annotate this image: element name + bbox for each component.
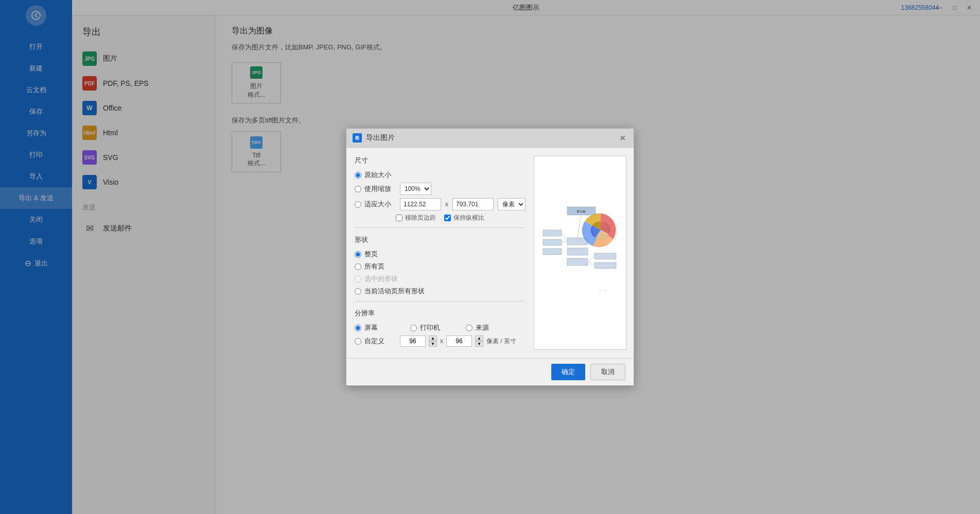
checkbox-row: 移除页边距 保持纵横比 (396, 214, 526, 222)
confirm-button[interactable]: 确定 (551, 364, 585, 380)
scale-radio-label[interactable]: 使用缩放 (355, 184, 396, 193)
svg-text:显示板: 显示板 (576, 210, 586, 213)
selected-shapes-radio (355, 276, 361, 282)
svg-line-17 (577, 215, 581, 238)
scale-select[interactable]: 100% 50% 200% (400, 183, 431, 195)
printer-res-radio[interactable] (410, 325, 417, 331)
svg-rect-7 (567, 248, 588, 255)
dialog-titlebar: 图 导出图片 ✕ (346, 129, 634, 148)
divider-1 (355, 227, 526, 228)
svg-rect-5 (543, 249, 562, 255)
svg-rect-3 (543, 230, 562, 236)
remove-margin-label[interactable]: 移除页边距 (396, 214, 436, 222)
dialog-title: 图 导出图片 (353, 133, 395, 143)
whole-page-label: 整页 (364, 250, 378, 259)
fit-size-radio[interactable] (355, 201, 361, 208)
svg-rect-10 (594, 262, 616, 269)
screen-res-radio-label[interactable]: 屏幕 (355, 323, 396, 332)
shape-section-label: 形状 (355, 235, 526, 244)
res-y-up[interactable]: ▲ (475, 335, 483, 341)
custom-res-label: 自定义 (364, 336, 384, 346)
res-x-stepper[interactable]: ▲ ▼ (429, 335, 437, 347)
fit-size-label: 适应大小 (364, 200, 391, 209)
active-page-radio-label[interactable]: 当前活动页所有形状 (355, 287, 425, 296)
scale-radio[interactable] (355, 186, 361, 192)
svg-rect-8 (567, 258, 588, 265)
screen-res-radio[interactable] (355, 325, 361, 331)
all-pages-radio[interactable] (355, 263, 361, 270)
all-pages-radio-label[interactable]: 所有页 (355, 262, 396, 271)
res-y-down[interactable]: ▼ (475, 341, 483, 347)
selected-shapes-radio-label: 选中的形状 (355, 274, 398, 283)
width-input[interactable] (400, 198, 441, 210)
active-page-label: 当前活动页所有形状 (364, 287, 425, 296)
svg-rect-4 (543, 239, 562, 245)
scale-label: 使用缩放 (364, 184, 391, 193)
active-page-row: 当前活动页所有形状 (355, 287, 526, 296)
keep-ratio-text: 保持纵横比 (453, 214, 484, 222)
svg-line-16 (588, 262, 594, 265)
fit-size-row: 适应大小 x 像素 毫米 英寸 (355, 198, 526, 210)
original-size-row: 原始大小 (355, 170, 526, 180)
source-res-radio-label[interactable]: 来源 (466, 323, 507, 332)
resolution-section-label: 分辨率 (355, 309, 526, 318)
screen-res-label: 屏幕 (364, 323, 378, 332)
printer-res-radio-label[interactable]: 打印机 (410, 323, 451, 332)
selected-shapes-label: 选中的形状 (364, 274, 398, 283)
res-x-separator: x (440, 338, 443, 345)
cancel-button[interactable]: 取消 (590, 364, 625, 380)
custom-res-row: 自定义 ▲ ▼ x ▲ ▼ 像素 / 英 (355, 335, 526, 347)
original-size-radio[interactable] (355, 172, 361, 179)
keep-ratio-checkbox[interactable] (444, 215, 451, 221)
scale-row: 使用缩放 100% 50% 200% (355, 183, 526, 195)
divider-2 (355, 301, 526, 302)
dialog-body: 尺寸 原始大小 使用缩放 100% 50% 200% (346, 148, 634, 358)
export-dialog: 图 导出图片 ✕ 尺寸 原始大小 使 (346, 128, 634, 386)
dialog-form: 尺寸 原始大小 使用缩放 100% 50% 200% (355, 156, 526, 350)
resolution-inputs: ▲ ▼ x ▲ ▼ 像素 / 英寸 (400, 335, 516, 347)
svg-text:← →: ← → (598, 288, 607, 293)
remove-margin-text: 移除页边距 (405, 214, 436, 222)
remove-margin-checkbox[interactable] (396, 215, 402, 221)
svg-line-13 (562, 233, 567, 241)
active-page-radio[interactable] (355, 288, 361, 295)
svg-rect-9 (594, 253, 616, 259)
all-pages-label: 所有页 (364, 262, 384, 271)
custom-res-radio-label[interactable]: 自定义 (355, 336, 396, 346)
dialog-title-text: 导出图片 (366, 133, 395, 143)
keep-ratio-label[interactable]: 保持纵横比 (444, 214, 484, 222)
resolution-options-row: 屏幕 打印机 来源 (355, 323, 526, 332)
dialog-overlay: 图 导出图片 ✕ 尺寸 原始大小 使 (0, 0, 980, 514)
res-x-down[interactable]: ▼ (429, 341, 437, 347)
svg-line-15 (588, 256, 594, 262)
dialog-title-icon: 图 (353, 133, 362, 143)
original-size-radio-label[interactable]: 原始大小 (355, 170, 396, 180)
source-res-radio[interactable] (466, 325, 472, 331)
svg-line-14 (562, 241, 567, 242)
whole-page-radio-label[interactable]: 整页 (355, 250, 396, 259)
x-separator: x (445, 201, 448, 208)
height-input[interactable] (452, 198, 494, 210)
size-section-label: 尺寸 (355, 156, 526, 165)
res-y-input[interactable] (446, 335, 472, 347)
custom-res-radio[interactable] (355, 338, 361, 345)
res-x-up[interactable]: ▲ (429, 335, 437, 341)
whole-page-row: 整页 (355, 250, 526, 259)
whole-page-radio[interactable] (355, 251, 361, 258)
dialog-footer: 确定 取消 (346, 358, 634, 385)
dialog-preview: 显示板 (534, 156, 626, 350)
original-size-label: 原始大小 (364, 170, 391, 180)
dialog-close-button[interactable]: ✕ (617, 133, 627, 143)
printer-res-label: 打印机 (420, 323, 440, 332)
fit-size-radio-label[interactable]: 适应大小 (355, 200, 396, 209)
res-y-stepper[interactable]: ▲ ▼ (475, 335, 483, 347)
selected-shapes-row: 选中的形状 (355, 274, 526, 283)
unit-select[interactable]: 像素 毫米 英寸 (498, 198, 526, 210)
res-unit-label: 像素 / 英寸 (486, 337, 516, 346)
all-pages-row: 所有页 (355, 262, 526, 271)
preview-svg: 显示板 (539, 202, 621, 305)
source-res-label: 来源 (476, 323, 489, 332)
res-x-input[interactable] (400, 335, 426, 347)
